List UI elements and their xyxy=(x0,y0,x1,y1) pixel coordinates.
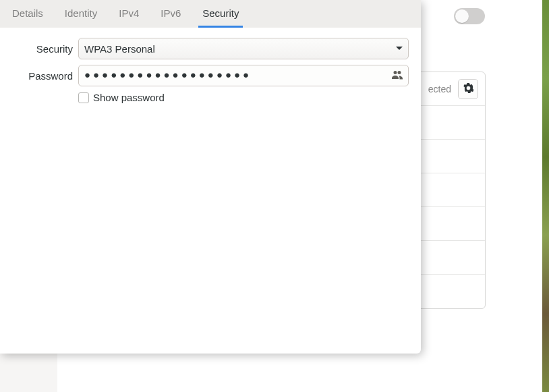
users-icon[interactable] xyxy=(392,70,403,82)
connection-settings-dialog: Details Identity IPv4 IPv6 Security Secu… xyxy=(0,0,421,354)
desktop-wallpaper-edge xyxy=(542,0,549,392)
password-value: ●●●●●●●●●●●●●●●●●●● xyxy=(84,69,392,80)
security-label: Security xyxy=(0,43,78,55)
show-password-checkbox[interactable] xyxy=(78,92,89,103)
wifi-toggle[interactable] xyxy=(454,8,485,24)
security-dropdown[interactable]: WPA3 Personal xyxy=(78,38,409,59)
show-password-row: Show password xyxy=(0,92,409,103)
tab-security[interactable]: Security xyxy=(192,0,250,28)
show-password-label: Show password xyxy=(93,92,165,103)
wifi-settings-button[interactable] xyxy=(458,79,478,99)
security-value: WPA3 Personal xyxy=(84,43,396,55)
tab-ipv4[interactable]: IPv4 xyxy=(108,0,150,28)
password-label: Password xyxy=(0,70,78,82)
tab-ipv6[interactable]: IPv6 xyxy=(150,0,192,28)
security-form: Security WPA3 Personal Password ●●●●●●●●… xyxy=(0,28,421,103)
tab-details[interactable]: Details xyxy=(1,0,54,28)
wifi-status-label: ected xyxy=(428,84,451,94)
password-field[interactable]: ●●●●●●●●●●●●●●●●●●● xyxy=(78,65,409,86)
tab-bar: Details Identity IPv4 IPv6 Security xyxy=(0,0,421,28)
toggle-knob xyxy=(455,9,469,23)
password-row: Password ●●●●●●●●●●●●●●●●●●● xyxy=(0,65,409,86)
gear-icon xyxy=(463,83,473,95)
security-row: Security WPA3 Personal xyxy=(0,38,409,59)
chevron-down-icon xyxy=(396,45,403,52)
tab-identity[interactable]: Identity xyxy=(54,0,108,28)
